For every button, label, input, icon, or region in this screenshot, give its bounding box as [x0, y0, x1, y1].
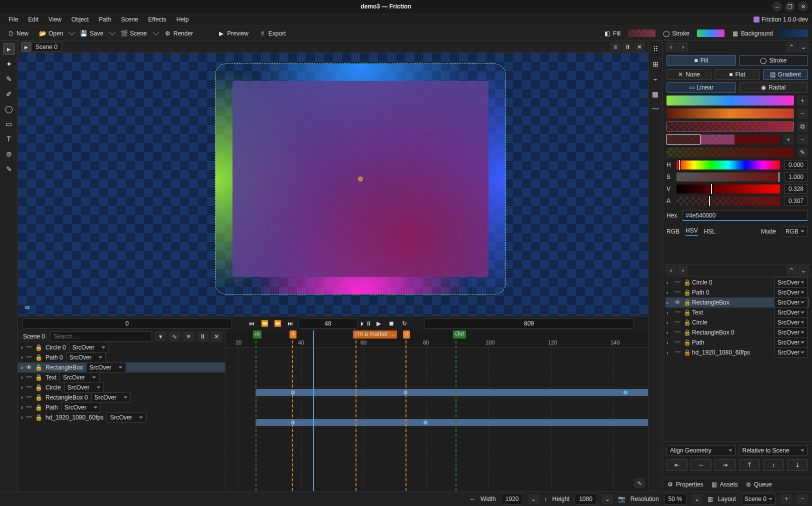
list-icon[interactable]: ≡	[183, 332, 194, 342]
layer-row[interactable]: › 〰 🔒 RectangleBox 0 SrcOver	[666, 328, 809, 338]
layer-row[interactable]: › 〰 🔒 Path 0 SrcOver	[666, 288, 809, 298]
prev-key-button[interactable]: ⏪	[259, 318, 270, 329]
align-bottom-button[interactable]: ⤓	[787, 459, 808, 471]
chevron-icon[interactable]: ›	[21, 404, 23, 411]
align-v-icon[interactable]: ⫟	[650, 73, 662, 85]
snap-icon[interactable]: ⊞	[650, 58, 662, 70]
blend-mode-select[interactable]: SrcOver	[774, 317, 808, 328]
blend-mode-select[interactable]: SrcOver	[61, 402, 101, 413]
gradient-dup-button[interactable]: ⧉	[797, 122, 808, 132]
layer-row[interactable]: › 〰 🔒 RectangleBox 0 SrcOver	[18, 392, 225, 402]
chevron-icon[interactable]: ›	[21, 414, 23, 421]
gradient-add-button[interactable]: ＋	[797, 96, 808, 106]
rectangle-stroke[interactable]	[216, 64, 506, 294]
gradient-stops[interactable]	[666, 134, 780, 144]
minimize-button[interactable]: –	[772, 2, 782, 12]
track[interactable]	[226, 378, 648, 388]
layer-row[interactable]: › 👁 🔒 RectangleBox SrcOver	[666, 298, 809, 308]
visibility-icon[interactable]: 〰	[674, 339, 681, 346]
tool-text[interactable]: T	[3, 133, 15, 145]
visibility-icon[interactable]: 〰	[674, 289, 681, 296]
height-field[interactable]: 1080	[574, 494, 597, 504]
visibility-icon[interactable]: 〰	[26, 394, 32, 401]
pivot-icon[interactable]	[358, 176, 363, 182]
layer-row[interactable]: › 〰 🔒 Circle 0 SrcOver	[18, 342, 225, 352]
menu-scene[interactable]: Scene	[116, 14, 142, 24]
marker-4[interactable]: 4	[290, 330, 296, 338]
canvas-pointer-icon[interactable]: ▸	[21, 42, 31, 52]
visibility-icon[interactable]: 👁	[674, 299, 681, 306]
track[interactable]	[226, 348, 648, 358]
align-right-button[interactable]: ⇥	[714, 459, 736, 471]
blend-mode-select[interactable]: SrcOver	[64, 382, 104, 393]
fill-tab[interactable]: ■Fill	[666, 55, 736, 66]
filter-icon[interactable]: ▾	[155, 332, 166, 342]
obj-collapse-icon[interactable]: ⌄	[798, 266, 809, 276]
rgb-tab[interactable]: RGB	[666, 228, 680, 235]
tool-select[interactable]: ▸	[3, 43, 15, 55]
color-preview[interactable]	[666, 148, 794, 158]
clip[interactable]	[256, 419, 648, 426]
align-hcenter-button[interactable]: ↔	[690, 459, 712, 471]
obj-next-icon[interactable]: ›	[678, 266, 688, 276]
val-slider[interactable]	[676, 184, 780, 194]
scene-add-button[interactable]: ＋	[781, 494, 792, 504]
gradient-preview-1[interactable]	[666, 96, 794, 106]
hue-slider[interactable]	[676, 160, 780, 170]
background-indicator[interactable]: ▦Background	[728, 28, 776, 38]
layer-row[interactable]: › 〰 🔒 Circle 0 SrcOver	[666, 278, 809, 288]
track[interactable]	[226, 408, 648, 418]
canvas-menu-icon[interactable]: ≡	[610, 42, 621, 52]
align-vcenter-button[interactable]: ↕	[763, 459, 784, 471]
layer-row[interactable]: › 〰 🔒 Path SrcOver	[18, 402, 225, 412]
keyframe[interactable]	[624, 390, 628, 394]
chevron-icon[interactable]: ›	[21, 374, 23, 381]
playhead[interactable]	[313, 330, 314, 491]
layer-row[interactable]: › 〰 🔒 Circle SrcOver	[666, 318, 809, 328]
lock-icon[interactable]: 🔒	[35, 354, 42, 361]
scene-remove-button[interactable]: －	[797, 494, 808, 504]
blend-mode-select[interactable]: SrcOver	[91, 392, 131, 403]
width-dd[interactable]: ⌄	[528, 494, 539, 504]
lock-icon[interactable]: 🔒	[35, 384, 42, 391]
align-top-button[interactable]: ⤒	[739, 459, 760, 471]
menu-object[interactable]: Object	[67, 14, 94, 24]
stroke-indicator[interactable]: ◯Stroke	[660, 28, 693, 38]
menu-edit[interactable]: Edit	[24, 14, 43, 24]
tool-pencil[interactable]: ✐	[3, 88, 15, 100]
alpha-slider[interactable]	[676, 196, 780, 206]
gradient-radial-button[interactable]: ◉ Radial	[739, 82, 808, 93]
lock-icon[interactable]: 🔒	[35, 364, 42, 371]
chevron-icon[interactable]: ›	[21, 394, 23, 401]
tool-null[interactable]: ⊘	[3, 148, 15, 160]
lock-icon[interactable]: 🔒	[684, 279, 690, 286]
layer-row[interactable]: › 〰 🔒 hd_1920_1080_60fps SrcOver	[18, 412, 225, 422]
layer-row[interactable]: › 〰 🔒 hd_1920_1080_60fps SrcOver	[666, 348, 809, 358]
height-dd[interactable]: ⌄	[602, 494, 613, 504]
stroke-swatch[interactable]	[697, 30, 724, 37]
visibility-icon[interactable]: 〰	[26, 374, 32, 381]
frame-start-field[interactable]: 0	[22, 318, 232, 328]
lock-icon[interactable]: 🔒	[35, 374, 42, 381]
eyedropper-button[interactable]: ✎	[797, 148, 808, 158]
maximize-button[interactable]: ❐	[785, 2, 795, 12]
layer-row[interactable]: › 〰 🔒 Path SrcOver	[666, 338, 809, 348]
lock-icon[interactable]: 🔒	[35, 394, 42, 401]
align-geometry-select[interactable]: Align Geometry	[666, 445, 736, 456]
visibility-icon[interactable]: 👁	[26, 364, 32, 371]
chevron-icon[interactable]: ›	[666, 290, 672, 296]
blend-mode-select[interactable]: SrcOver	[60, 372, 100, 383]
blend-mode-select[interactable]: SrcOver	[66, 352, 106, 363]
scene-button[interactable]: 🎬Scene	[118, 28, 150, 38]
sat-value[interactable]: 1.000	[784, 172, 808, 182]
fill-gradient-button[interactable]: ▤ Gradient	[763, 69, 808, 80]
tl-pause-icon[interactable]: ⏸	[197, 332, 208, 342]
fill-flat-button[interactable]: ■ Flat	[714, 69, 760, 80]
layer-row[interactable]: › 👁 🔒 RectangleBox SrcOver	[18, 362, 225, 372]
assets-tab[interactable]: ▥Assets	[712, 481, 738, 488]
sat-slider[interactable]	[676, 172, 780, 182]
visibility-icon[interactable]: 〰	[26, 354, 32, 361]
current-frame-field[interactable]: 48	[298, 318, 358, 328]
stroke-tab[interactable]: ◯Stroke	[739, 55, 808, 66]
blend-mode-select[interactable]: SrcOver	[86, 362, 126, 373]
